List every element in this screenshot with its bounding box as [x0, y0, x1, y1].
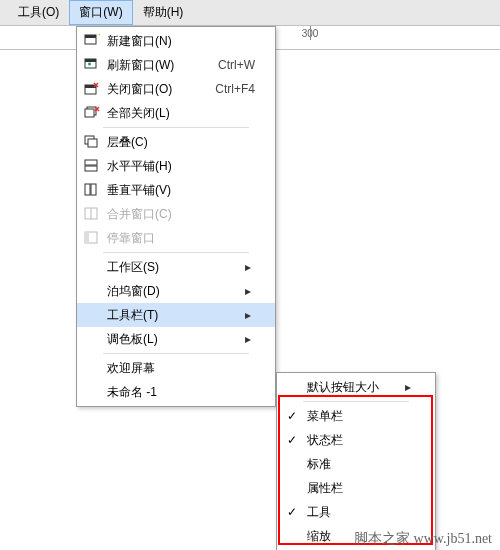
- menu-window[interactable]: 窗口(W): [69, 0, 132, 25]
- mi-tile-v[interactable]: 垂直平铺(V): [77, 178, 275, 202]
- separator: [103, 252, 249, 253]
- mi-label: 合并窗口(C): [103, 206, 255, 223]
- cascade-icon: [81, 132, 103, 152]
- refresh-icon: [81, 55, 103, 75]
- mi-label: 标准: [303, 456, 415, 473]
- mi-close[interactable]: 关闭窗口(O) Ctrl+F4: [77, 77, 275, 101]
- close-all-icon: [81, 103, 103, 123]
- svg-rect-13: [85, 184, 90, 195]
- mi-label: 全部关闭(L): [103, 105, 255, 122]
- separator: [303, 401, 409, 402]
- svg-text:✦: ✦: [97, 34, 100, 42]
- mi-label: 工作区(S): [103, 259, 245, 276]
- svg-rect-4: [85, 59, 96, 62]
- dock-icon: [81, 228, 103, 248]
- mi-label: 工具栏(T): [103, 307, 245, 324]
- svg-rect-11: [85, 160, 97, 165]
- window-dropdown: ✦ 新建窗口(N) 刷新窗口(W) Ctrl+W 关闭窗口(O) Ctrl+F4…: [76, 26, 276, 407]
- new-window-icon: ✦: [81, 31, 103, 51]
- mi-label: 刷新窗口(W): [103, 57, 208, 74]
- menubar: 工具(O) 窗口(W) 帮助(H): [0, 0, 500, 26]
- smi-standard[interactable]: 标准: [277, 452, 435, 476]
- mi-workspace[interactable]: 工作区(S) ▸: [77, 255, 275, 279]
- smi-menubar[interactable]: ✓ 菜单栏: [277, 404, 435, 428]
- mi-label: 关闭窗口(O): [103, 81, 205, 98]
- mi-label: 停靠窗口: [103, 230, 255, 247]
- separator: [103, 127, 249, 128]
- svg-rect-1: [85, 35, 96, 38]
- close-window-icon: [81, 79, 103, 99]
- submenu-arrow-icon: ▸: [405, 380, 415, 394]
- mi-cascade[interactable]: 层叠(C): [77, 130, 275, 154]
- svg-rect-10: [88, 139, 97, 147]
- svg-rect-12: [85, 166, 97, 171]
- submenu-arrow-icon: ▸: [245, 332, 255, 346]
- mi-label: 垂直平铺(V): [103, 182, 255, 199]
- mi-label: 未命名 -1: [103, 384, 255, 401]
- tile-v-icon: [81, 180, 103, 200]
- mi-dockers[interactable]: 泊坞窗(D) ▸: [77, 279, 275, 303]
- smi-default-size[interactable]: 默认按钮大小 ▸: [277, 375, 435, 399]
- svg-rect-18: [85, 232, 89, 243]
- mi-label: 工具: [303, 504, 415, 521]
- svg-rect-8: [85, 109, 94, 117]
- mi-dock: 停靠窗口: [77, 226, 275, 250]
- mi-label: 菜单栏: [303, 408, 415, 425]
- watermark: 脚本之家 www.jb51.net: [354, 530, 492, 548]
- mi-shortcut: Ctrl+F4: [205, 82, 255, 96]
- submenu-arrow-icon: ▸: [245, 308, 255, 322]
- mi-toolbars[interactable]: 工具栏(T) ▸: [77, 303, 275, 327]
- mi-tile-h[interactable]: 水平平铺(H): [77, 154, 275, 178]
- separator: [103, 353, 249, 354]
- mi-label: 状态栏: [303, 432, 415, 449]
- mi-label: 新建窗口(N): [103, 33, 255, 50]
- mi-label: 水平平铺(H): [103, 158, 255, 175]
- menu-help[interactable]: 帮助(H): [133, 0, 194, 25]
- toolbars-submenu: 默认按钮大小 ▸ ✓ 菜单栏 ✓ 状态栏 标准 属性栏 ✓ 工具 缩放: [276, 372, 436, 550]
- tile-h-icon: [81, 156, 103, 176]
- svg-rect-14: [91, 184, 96, 195]
- mi-document[interactable]: 未命名 -1: [77, 380, 275, 404]
- mi-welcome[interactable]: 欢迎屏幕: [77, 356, 275, 380]
- mi-label: 调色板(L): [103, 331, 245, 348]
- mi-close-all[interactable]: 全部关闭(L): [77, 101, 275, 125]
- mi-shortcut: Ctrl+W: [208, 58, 255, 72]
- submenu-arrow-icon: ▸: [245, 260, 255, 274]
- mi-label: 泊坞窗(D): [103, 283, 245, 300]
- check-icon: ✓: [281, 505, 303, 519]
- mi-palettes[interactable]: 调色板(L) ▸: [77, 327, 275, 351]
- check-icon: ✓: [281, 433, 303, 447]
- mi-label: 层叠(C): [103, 134, 255, 151]
- mi-refresh[interactable]: 刷新窗口(W) Ctrl+W: [77, 53, 275, 77]
- check-icon: ✓: [281, 409, 303, 423]
- mi-label: 属性栏: [303, 480, 415, 497]
- smi-statusbar[interactable]: ✓ 状态栏: [277, 428, 435, 452]
- merge-icon: [81, 204, 103, 224]
- mi-label: 默认按钮大小: [303, 379, 405, 396]
- smi-property[interactable]: 属性栏: [277, 476, 435, 500]
- menu-tools[interactable]: 工具(O): [8, 0, 69, 25]
- mi-label: 欢迎屏幕: [103, 360, 255, 377]
- mi-new-window[interactable]: ✦ 新建窗口(N): [77, 29, 275, 53]
- smi-toolbox[interactable]: ✓ 工具: [277, 500, 435, 524]
- submenu-arrow-icon: ▸: [245, 284, 255, 298]
- mi-merge: 合并窗口(C): [77, 202, 275, 226]
